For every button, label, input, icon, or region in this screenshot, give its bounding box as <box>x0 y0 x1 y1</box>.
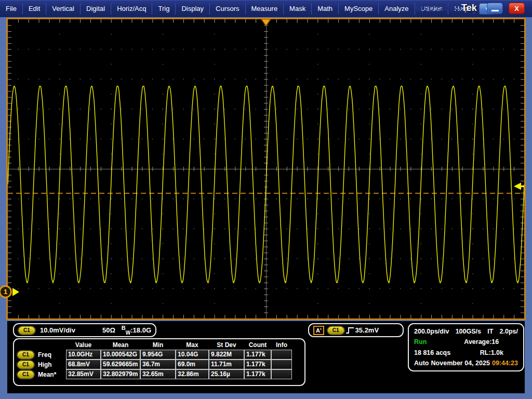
measurement-cell: 25.16µ <box>209 369 244 379</box>
measurement-cell: 9.822M <box>209 350 244 360</box>
trigger-source-badge[interactable]: C1 <box>327 326 344 335</box>
close-button[interactable]: X <box>509 3 525 14</box>
measurement-cell: 11.71m <box>209 360 244 369</box>
minimize-icon <box>491 10 499 11</box>
menu-item-file[interactable]: File <box>0 3 23 15</box>
measurement-cell: 9.954G <box>140 350 176 360</box>
average-count: Average:16 <box>464 337 499 347</box>
sample-rate-value: 100GS/s <box>456 327 481 336</box>
waveform-display-frame <box>6 18 526 320</box>
measurement-name: Freq <box>38 351 51 358</box>
measurement-cell: 32.86m <box>176 369 209 379</box>
rising-edge-icon <box>345 326 354 335</box>
measurement-cell: 10.000542G <box>101 350 140 360</box>
measurement-source-badge[interactable]: C1 <box>17 370 34 379</box>
trigger-event-badge: A' <box>313 326 324 335</box>
measurement-header-value: Value <box>66 340 101 350</box>
sampling-mode: IT <box>487 327 493 336</box>
measurement-header-info: Info <box>271 340 292 350</box>
measurement-cell: 36.7m <box>140 360 176 369</box>
measurement-cell: 68.8mV <box>66 360 101 369</box>
acquisition-state: Run <box>414 337 427 347</box>
measurement-header-max: Max <box>176 340 209 350</box>
waveform-display[interactable] <box>8 19 524 318</box>
tek-logo: Tek <box>461 3 477 14</box>
channel1-readout[interactable]: C1 10.0mV/div 50Ω BW:18.0G <box>13 323 156 337</box>
menu-item-cursors[interactable]: Cursors <box>210 3 246 15</box>
trigger-level-value: 35.2mV <box>355 326 379 334</box>
measurement-cell: 32.85mV <box>66 369 101 379</box>
measurement-cell <box>271 360 292 369</box>
trigger-mode: Auto <box>414 358 429 368</box>
measurement-cell <box>271 350 292 360</box>
measurement-name: High <box>38 361 52 368</box>
menu-item-myscope[interactable]: MyScope <box>339 3 379 15</box>
measurement-cell: 32.802979m <box>101 369 140 379</box>
menu-item-edit[interactable]: Edit <box>23 3 46 15</box>
menu-item-display[interactable]: Display <box>176 3 210 15</box>
menu-item-analyze[interactable]: Analyze <box>379 3 415 15</box>
menu-item-mask[interactable]: Mask <box>284 3 312 15</box>
measurement-row-label: C1High <box>17 360 66 369</box>
measurement-header-count: Count <box>244 340 271 350</box>
measurement-header-st-dev: St Dev <box>209 340 244 350</box>
measurement-row-label: C1Mean* <box>17 369 66 379</box>
measurement-name: Mean* <box>38 371 56 378</box>
horizontal-readout[interactable]: 200.0ps/div 100GS/s IT 2.0ps/ Run Averag… <box>408 323 524 371</box>
measurement-cell: 59.629665m <box>101 360 140 369</box>
time-value: 09:44:23 <box>492 358 518 368</box>
resolution-value: 2.0ps/ <box>500 327 518 336</box>
channel1-termination: 50Ω <box>102 326 115 334</box>
menu-item-measure[interactable]: Measure <box>246 3 284 15</box>
acquisition-count: 18 816 acqs <box>414 348 450 357</box>
record-length: RL:1.0k <box>480 348 503 357</box>
scope-model-label: MSO72004C <box>416 4 466 12</box>
measurement-header-mean: Mean <box>101 340 140 350</box>
channel1-bandwidth: BW:18.0G <box>122 325 151 336</box>
measurement-cell <box>271 369 292 379</box>
measurement-cell: 1.177k <box>244 369 271 379</box>
measurement-source-badge[interactable]: C1 <box>17 351 34 359</box>
measurement-header-min: Min <box>140 340 176 350</box>
measurement-cell: 10.0GHz <box>66 350 101 360</box>
menu-item-vertical[interactable]: Vertical <box>46 3 81 15</box>
measurement-table: ValueMeanMinMaxSt DevCountInfoC1Freq10.0… <box>13 338 305 386</box>
menu-item-trig[interactable]: Trig <box>152 3 176 15</box>
menu-bar-items: FileEditVerticalDigitalHoriz/AcqTrigDisp… <box>0 3 474 15</box>
measurement-cell: 1.177k <box>244 360 271 369</box>
menu-item-horiz-acq[interactable]: Horiz/Acq <box>111 3 152 15</box>
measurement-cell: 1.177k <box>244 350 271 360</box>
measurement-cell: 10.04G <box>176 350 209 360</box>
measurement-source-badge[interactable]: C1 <box>17 361 34 369</box>
measurement-row-label: C1Freq <box>17 350 66 360</box>
channel1-badge[interactable]: C1 <box>18 326 35 335</box>
trigger-readout[interactable]: A' C1 35.2mV <box>308 323 404 337</box>
measurement-header-empty <box>17 340 66 350</box>
measurement-grid: ValueMeanMinMaxSt DevCountInfoC1Freq10.0… <box>17 340 301 379</box>
menu-item-math[interactable]: Math <box>312 3 339 15</box>
close-icon: X <box>514 5 519 12</box>
measurement-cell: 69.0m <box>176 360 209 369</box>
menu-item-digital[interactable]: Digital <box>81 3 111 15</box>
date-value: November 04, 2025 <box>431 358 490 368</box>
measurement-cell: 32.65m <box>140 369 176 379</box>
channel1-reference-arrow-icon <box>12 288 19 296</box>
channel1-scale: 10.0mV/div <box>40 326 75 334</box>
status-panel: C1 10.0mV/div 50Ω BW:18.0G A' C1 35.2mV … <box>7 321 525 393</box>
minimize-button[interactable] <box>487 3 503 14</box>
timebase-value: 200.0ps/div <box>414 327 449 336</box>
